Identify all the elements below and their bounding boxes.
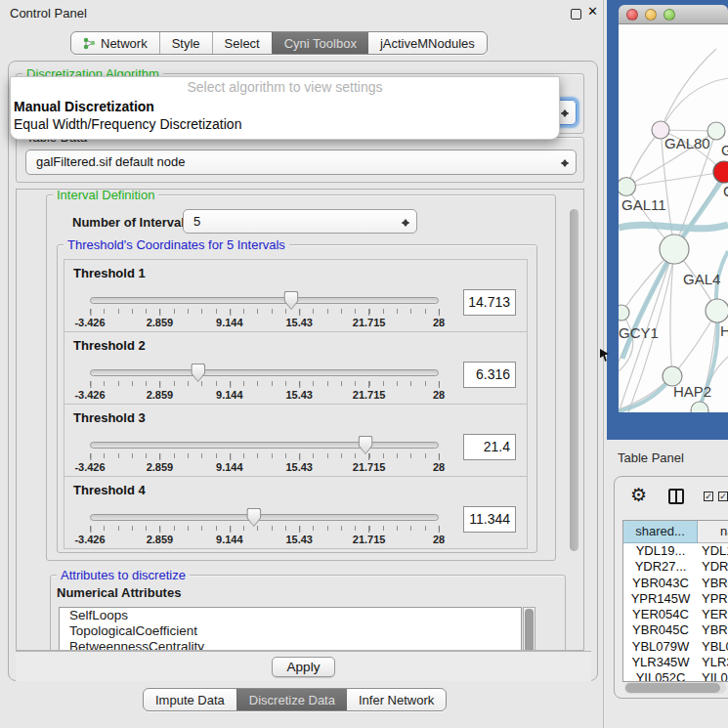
apply-button[interactable]: Apply: [272, 657, 336, 677]
slider-track[interactable]: [90, 369, 439, 376]
network-icon: [83, 37, 96, 50]
close-traffic-light[interactable]: [626, 9, 638, 21]
tab-network-label: Network: [101, 36, 148, 51]
slider-thumb[interactable]: [359, 436, 373, 454]
table-row[interactable]: YBL079W YBL0: [623, 639, 728, 655]
table-panel-toolbar: ⚙ ✓ ✓: [615, 477, 728, 518]
attribute-list-item[interactable]: SelfLoops: [60, 608, 521, 623]
column-header-name[interactable]: na: [698, 521, 728, 543]
threshold-slider[interactable]: -3.4262.8599.14415.4321.71528: [90, 362, 439, 401]
tab-impute-data[interactable]: Impute Data: [144, 689, 236, 710]
network-node-h[interactable]: [706, 299, 728, 322]
table-data-selected-value: galFiltered.sif default node: [36, 154, 185, 169]
slider-minor-ticks: [90, 526, 440, 531]
slider-tick-labels: -3.4262.8599.14415.4321.71528: [90, 459, 439, 473]
control-panel: Control Panel ✕ Network Style Select Cyn…: [0, 0, 604, 728]
network-node-label: GAL80: [664, 135, 710, 151]
network-node-label: GCY1: [619, 324, 659, 341]
zoom-traffic-light[interactable]: [664, 9, 675, 21]
float-window-icon[interactable]: [571, 9, 581, 20]
threshold-value-field[interactable]: 21.4: [463, 434, 516, 460]
network-canvas[interactable]: GAL80 GAL11 GAL4 GCY1 HAP2 GA C H: [619, 24, 728, 412]
threshold-slider[interactable]: -3.4262.8599.14415.4321.71528: [90, 506, 439, 545]
table-row[interactable]: YDL19... YDL1: [623, 543, 728, 559]
tab-infer-network[interactable]: Infer Network: [347, 689, 446, 710]
attributes-group-title: Attributes to discretize: [57, 568, 190, 582]
numerical-attributes-list[interactable]: SelfLoopsTopologicalCoefficientBetweenne…: [59, 607, 522, 651]
network-window-titlebar[interactable]: [619, 5, 728, 24]
table-header-row: shared... na: [623, 521, 728, 543]
settings-scroll-pane: Interval Definition Number of Intervals …: [16, 189, 584, 651]
network-node-gal11[interactable]: [619, 178, 636, 196]
table-row[interactable]: YPR145W YPR1: [623, 591, 728, 607]
control-panel-titlebar: Control Panel ✕: [0, 0, 603, 26]
slider-tick-labels: -3.4262.8599.14415.4321.71528: [90, 532, 439, 545]
attributes-list-scrollbar[interactable]: [523, 607, 535, 651]
slider-track[interactable]: [90, 442, 439, 449]
network-graph[interactable]: GAL80 GAL11 GAL4 GCY1 HAP2 GA C H: [619, 24, 728, 412]
slider-track[interactable]: [90, 297, 439, 304]
network-node-label: GA: [721, 142, 728, 158]
tab-network[interactable]: Network: [71, 32, 159, 54]
number-of-intervals-label: Number of Intervals: [72, 215, 192, 230]
table-row[interactable]: YER054C YER0: [623, 607, 728, 622]
table-data-combobox[interactable]: galFiltered.sif default node: [25, 150, 577, 175]
apply-row: Apply: [16, 651, 591, 681]
network-node-gal4[interactable]: [660, 235, 689, 264]
tab-select[interactable]: Select: [212, 32, 272, 54]
network-node-gcy1[interactable]: [619, 305, 629, 321]
threshold-value-field[interactable]: 6.316: [463, 362, 516, 388]
combo-stepper-icon: [560, 105, 569, 122]
network-node-label: HAP2: [673, 383, 711, 400]
table-horizontal-scrollbar[interactable]: [624, 682, 726, 694]
numerical-attributes-label: Numerical Attributes: [57, 585, 181, 600]
algorithm-popup-item-manual[interactable]: Manual Discretization: [11, 98, 559, 115]
checkbox-icon[interactable]: ✓: [718, 492, 728, 501]
table-body: YDL19... YDL1 YDR27... YDR2 YBR043C YBR0…: [623, 543, 728, 682]
table-row[interactable]: YIL052C YIL0: [623, 670, 728, 682]
close-icon[interactable]: ✕: [587, 4, 598, 19]
slider-thumb[interactable]: [246, 508, 261, 527]
number-of-intervals-combobox[interactable]: 5: [183, 209, 417, 234]
slider-tick-labels: -3.4262.8599.14415.4321.71528: [90, 387, 439, 401]
slider-tick-labels: -3.4262.8599.14415.4321.71528: [90, 315, 439, 328]
tab-cyni-toolbox[interactable]: Cyni Toolbox: [272, 32, 368, 54]
gear-icon[interactable]: ⚙: [630, 484, 647, 506]
network-node-label: GAL11: [621, 196, 666, 213]
slider-track[interactable]: [90, 514, 439, 521]
combo-stepper-icon: [401, 214, 409, 232]
column-header-shared-name[interactable]: shared...: [623, 521, 698, 543]
tab-style[interactable]: Style: [159, 32, 212, 54]
slider-minor-ticks: [90, 381, 440, 386]
number-of-intervals-value: 5: [193, 214, 200, 229]
table-row[interactable]: YDR27... YDR2: [623, 559, 728, 575]
attribute-list-item[interactable]: BetweennessCentrality: [60, 639, 521, 651]
tab-jactivemnodules[interactable]: jActiveMNodules: [368, 32, 487, 54]
checkbox-icon[interactable]: ✓: [704, 492, 713, 501]
cyni-toolbox-panel: Discretization Algorithm Table Data galF…: [8, 61, 598, 681]
tab-discretize-data[interactable]: Discretize Data: [236, 689, 347, 710]
threshold-slider[interactable]: -3.4262.8599.14415.4321.71528: [90, 289, 439, 328]
threshold-label: Threshold 3: [73, 410, 146, 425]
table-row[interactable]: YBR043C YBR0: [623, 576, 728, 591]
slider-minor-ticks: [90, 453, 440, 458]
network-node[interactable]: [691, 402, 708, 412]
threshold-slider[interactable]: -3.4262.8599.14415.4321.71528: [90, 434, 439, 473]
table-row[interactable]: YLR345W YLR3: [623, 655, 728, 670]
combo-stepper-icon: [560, 154, 569, 172]
network-node-label: GAL4: [683, 271, 720, 287]
columns-icon[interactable]: [668, 489, 684, 504]
attribute-list-item[interactable]: TopologicalCoefficient: [60, 623, 521, 639]
table-panel: ⚙ ✓ ✓ shared... na YDL19... YDL1 YDR27..…: [614, 476, 728, 699]
threshold-value-field[interactable]: 14.713: [463, 289, 516, 316]
slider-thumb[interactable]: [191, 364, 205, 382]
table-row[interactable]: YBR045C YBR0: [623, 622, 728, 638]
scroll-pane-scrollbar[interactable]: [570, 209, 578, 551]
threshold-label: Threshold 4: [73, 483, 146, 497]
threshold-value-field[interactable]: 11.344: [463, 506, 516, 533]
network-view-window[interactable]: GAL80 GAL11 GAL4 GCY1 HAP2 GA C H: [607, 0, 728, 440]
minimize-traffic-light[interactable]: [645, 9, 657, 21]
algorithm-popup-item-equal-width[interactable]: Equal Width/Frequency Discretization: [11, 115, 559, 133]
table-panel-title: Table Panel: [618, 450, 684, 465]
slider-thumb[interactable]: [283, 291, 298, 310]
